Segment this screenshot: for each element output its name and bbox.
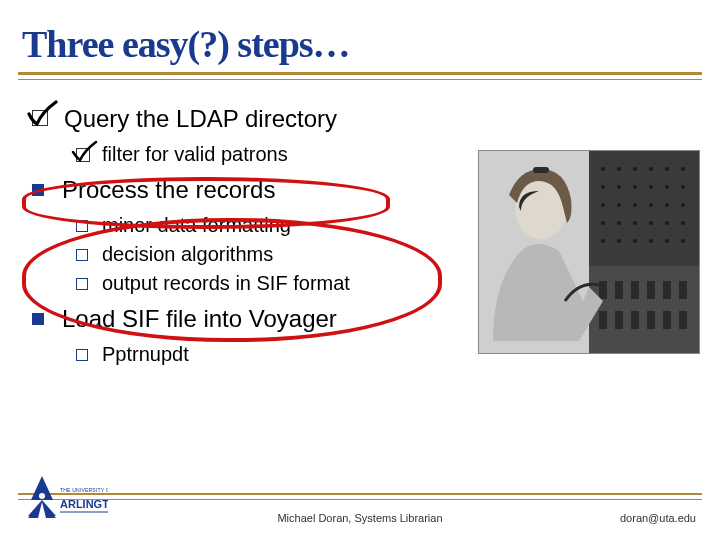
svg-point-27 (601, 239, 605, 243)
svg-point-10 (617, 185, 621, 189)
logo-line1: THE UNIVERSITY OF TEXAS (60, 487, 108, 493)
svg-point-51 (39, 493, 45, 499)
step-3-sub-1-label: Pptrnupdt (102, 343, 189, 366)
title-underline (18, 72, 702, 80)
open-square-bullet-icon (76, 278, 88, 290)
svg-point-22 (617, 221, 621, 225)
svg-point-21 (601, 221, 605, 225)
svg-point-8 (681, 167, 685, 171)
svg-rect-47 (533, 167, 549, 173)
check-icon (32, 110, 50, 128)
photo-switchboard-operator (478, 150, 700, 354)
svg-point-9 (601, 185, 605, 189)
open-square-bullet-icon (76, 349, 88, 361)
step-3-label: Load SIF file into Voyager (62, 305, 337, 333)
step-1-sub-1-label: filter for valid patrons (102, 143, 288, 166)
svg-point-4 (617, 167, 621, 171)
svg-point-25 (665, 221, 669, 225)
svg-point-32 (681, 239, 685, 243)
svg-point-19 (665, 203, 669, 207)
slide-title: Three easy(?) steps… (22, 22, 350, 66)
svg-rect-37 (647, 281, 655, 299)
svg-point-20 (681, 203, 685, 207)
svg-point-12 (649, 185, 653, 189)
svg-rect-39 (679, 281, 687, 299)
svg-point-17 (633, 203, 637, 207)
logo-line2: ARLINGTON (60, 498, 108, 510)
svg-point-29 (633, 239, 637, 243)
svg-rect-42 (631, 311, 639, 329)
open-square-bullet-icon (76, 220, 88, 232)
svg-point-24 (649, 221, 653, 225)
svg-rect-34 (599, 281, 607, 299)
svg-point-26 (681, 221, 685, 225)
svg-point-3 (601, 167, 605, 171)
svg-rect-43 (647, 311, 655, 329)
step-2-sub-1-label: minor data formatting (102, 214, 291, 237)
square-bullet-icon (32, 184, 44, 196)
square-bullet-icon (32, 313, 44, 325)
step-2-label: Process the records (62, 176, 275, 204)
footer-line (18, 493, 702, 500)
svg-point-31 (665, 239, 669, 243)
svg-point-23 (633, 221, 637, 225)
svg-rect-41 (615, 311, 623, 329)
svg-point-13 (665, 185, 669, 189)
open-square-bullet-icon (76, 249, 88, 261)
step-2-sub-3-label: output records in SIF format (102, 272, 350, 295)
uta-logo: THE UNIVERSITY OF TEXAS ARLINGTON (24, 474, 108, 530)
svg-rect-44 (663, 311, 671, 329)
svg-rect-36 (631, 281, 639, 299)
svg-point-7 (665, 167, 669, 171)
svg-rect-45 (679, 311, 687, 329)
svg-rect-38 (663, 281, 671, 299)
step-1-label: Query the LDAP directory (64, 105, 337, 133)
footer-author: Michael Doran, Systems Librarian (0, 512, 720, 524)
svg-point-28 (617, 239, 621, 243)
svg-rect-35 (615, 281, 623, 299)
footer-email: doran@uta.edu (620, 512, 696, 524)
svg-rect-33 (589, 266, 699, 353)
svg-point-15 (601, 203, 605, 207)
svg-point-11 (633, 185, 637, 189)
step-2-sub-2-label: decision algorithms (102, 243, 273, 266)
step-1: Query the LDAP directory (32, 105, 592, 133)
check-icon (76, 148, 90, 162)
svg-point-5 (633, 167, 637, 171)
svg-rect-40 (599, 311, 607, 329)
svg-point-30 (649, 239, 653, 243)
svg-point-18 (649, 203, 653, 207)
svg-point-6 (649, 167, 653, 171)
svg-point-16 (617, 203, 621, 207)
svg-point-14 (681, 185, 685, 189)
